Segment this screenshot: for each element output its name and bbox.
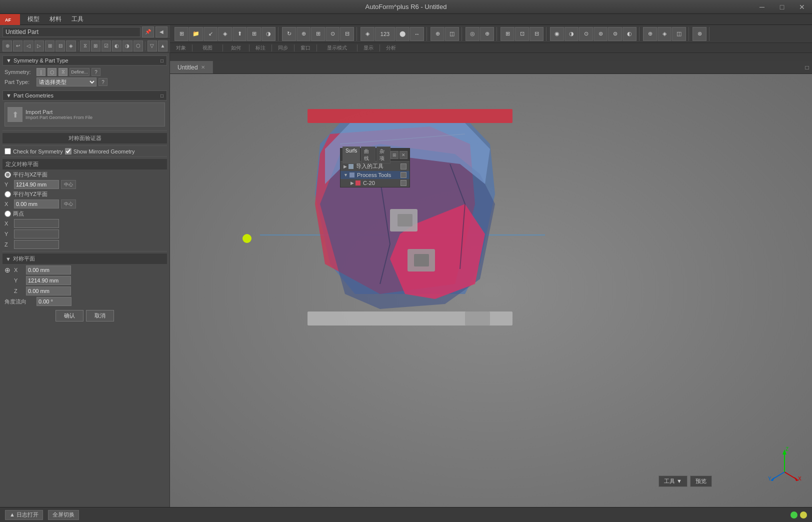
tool-btn-11[interactable]: ◐ <box>112 40 122 52</box>
tree-tab-misc[interactable]: 杂项 <box>376 146 390 164</box>
tree-tab-curves[interactable]: 曲线 <box>361 146 375 164</box>
tb-dm-btn6[interactable]: ◐ <box>622 27 636 41</box>
sym-info-btn[interactable]: ? <box>92 68 100 76</box>
tb-dim-btn2[interactable]: ◫ <box>445 27 459 41</box>
maximize-button[interactable]: □ <box>772 0 792 14</box>
tools-dropdown-btn[interactable]: 工具 ▼ <box>658 476 688 487</box>
tb-dm-btn2[interactable]: ◑ <box>564 27 578 41</box>
tool-btn-9[interactable]: ⊞ <box>91 40 100 52</box>
panel-pin-btn[interactable]: 📌 <box>142 26 154 38</box>
tree-close-btn[interactable]: ✕ <box>400 151 408 159</box>
tb-sync-btn2[interactable]: ⊕ <box>480 27 494 41</box>
tree-item-process-tools[interactable]: ▼ Process Tools <box>340 171 410 179</box>
tb-win-btn1[interactable]: ⊞ <box>500 27 514 41</box>
tb-new-btn[interactable]: ⊞ <box>174 27 188 41</box>
log-btn[interactable]: ▲ 日志打开 <box>5 510 43 520</box>
tree-item-check-1[interactable] <box>400 164 406 170</box>
sp-z-input[interactable] <box>26 286 71 296</box>
tb-dm-btn3[interactable]: ⊙ <box>579 27 593 41</box>
tool-btn-6[interactable]: ⊟ <box>56 40 65 52</box>
tb-arrow-btn[interactable]: ↙ <box>204 27 218 41</box>
sp-y-input[interactable] <box>26 276 71 285</box>
menu-tools[interactable]: 工具 <box>66 14 88 24</box>
tool-btn-13[interactable]: ⬡ <box>134 40 143 52</box>
cancel-button[interactable]: 取消 <box>86 310 114 322</box>
tb-disp-btn1[interactable]: ⊕ <box>643 27 657 41</box>
sym-btn-1[interactable]: | <box>36 68 46 76</box>
origin-z-input[interactable] <box>14 240 59 249</box>
check-symmetry-checkbox[interactable] <box>4 148 11 154</box>
sp-x-input[interactable] <box>26 266 71 274</box>
y-value-input[interactable] <box>14 180 59 189</box>
part-type-select[interactable]: 请选择类型 <box>36 78 96 86</box>
tool-btn-15[interactable]: ▲ <box>158 40 168 52</box>
tb-dm-btn1[interactable]: ◉ <box>550 27 564 41</box>
tree-item-c20[interactable]: ▶ C-20 <box>340 179 410 187</box>
tb-how-btn2[interactable]: ⬤ <box>396 27 410 41</box>
tb-mesh-btn[interactable]: ◑ <box>262 27 276 41</box>
tab-close-btn[interactable]: ✕ <box>201 64 205 70</box>
symmetry-minmax-btn[interactable]: □ <box>160 58 164 64</box>
menu-model[interactable]: 模型 <box>22 14 44 24</box>
tree-tab-surfs[interactable]: Surfs <box>342 146 360 164</box>
part-geo-minmax[interactable]: □ <box>160 93 164 98</box>
confirm-button[interactable]: 确认 <box>56 310 84 322</box>
tool-btn-2[interactable]: ↩ <box>13 40 22 52</box>
origin-y-input[interactable] <box>14 230 59 238</box>
show-mirrored-checkbox[interactable] <box>65 148 72 154</box>
tb-disp-btn2[interactable]: ◈ <box>658 27 672 41</box>
x-center-btn[interactable]: 中心 <box>61 200 76 208</box>
tb-view-btn2[interactable]: ⊕ <box>296 27 310 41</box>
angle-input[interactable] <box>36 297 72 306</box>
menu-material[interactable]: 材料 <box>44 14 66 24</box>
tb-view-btn1[interactable]: ↻ <box>282 27 296 41</box>
tool-btn-12[interactable]: ◑ <box>122 40 132 52</box>
tb-dm-btn4[interactable]: ⊛ <box>594 27 608 41</box>
tool-btn-3[interactable]: ◁ <box>24 40 33 52</box>
tb-disp-btn3[interactable]: ◫ <box>672 27 686 41</box>
import-part-btn[interactable]: ⬆ Import Part Import Part Geometries Fro… <box>4 102 165 126</box>
tb-dim-btn1[interactable]: ⊕ <box>430 27 444 41</box>
tool-btn-14[interactable]: ▽ <box>148 40 157 52</box>
tb-how-btn1[interactable]: ◈ <box>360 27 374 41</box>
tree-item-check-2[interactable] <box>400 172 406 178</box>
tb-open-btn[interactable]: 📁 <box>189 27 203 41</box>
tool-btn-1[interactable]: ⊕ <box>2 40 12 52</box>
symmetry-section-header[interactable]: ▼ Symmetry & Part Type □ <box>2 56 167 66</box>
tb-how-btn3[interactable]: ↔ <box>410 27 424 41</box>
fullscreen-btn[interactable]: 全屏切换 <box>48 510 79 520</box>
tool-btn-8[interactable]: ⧖ <box>80 40 90 52</box>
close-button[interactable]: ✕ <box>792 0 812 14</box>
panel-expand-btn[interactable]: ◀ <box>156 26 168 38</box>
tb-import-btn[interactable]: ⬆ <box>232 27 246 41</box>
two-points-radio[interactable] <box>4 210 11 217</box>
tree-filter-btn[interactable]: ⊞ <box>390 151 398 159</box>
tb-view-btn3[interactable]: ⊞ <box>311 27 325 41</box>
part-type-info[interactable]: ? <box>98 78 108 86</box>
xz-plane-radio[interactable] <box>4 172 11 178</box>
tab-expand-btn[interactable]: □ <box>802 61 812 74</box>
tb-view-btn4[interactable]: ⊙ <box>326 27 340 41</box>
yz-plane-radio[interactable] <box>4 191 11 198</box>
tool-btn-5[interactable]: ⊞ <box>45 40 54 52</box>
y-center-btn[interactable]: 中心 <box>61 180 76 189</box>
tb-shape-btn[interactable]: ◈ <box>218 27 232 41</box>
tb-win-btn3[interactable]: ⊟ <box>530 27 544 41</box>
tb-number-input[interactable]: 123 <box>375 27 395 41</box>
sym-btn-3[interactable]: ⧖ <box>58 68 68 76</box>
origin-x-input[interactable] <box>14 219 59 228</box>
tool-btn-10[interactable]: ☑ <box>102 40 111 52</box>
define-btn[interactable]: Define... <box>70 68 90 76</box>
tb-sync-btn1[interactable]: ◎ <box>466 27 480 41</box>
tb-dm-btn5[interactable]: ⊜ <box>608 27 622 41</box>
tool-btn-4[interactable]: ▷ <box>34 40 44 52</box>
tb-view-btn5[interactable]: ⊟ <box>340 27 354 41</box>
tb-grid-btn[interactable]: ⊞ <box>247 27 261 41</box>
preview-btn[interactable]: 预览 <box>690 476 712 487</box>
tree-item-check-3[interactable] <box>400 180 406 186</box>
tab-untitled[interactable]: Untitled ✕ <box>170 61 213 74</box>
tool-btn-7[interactable]: ◈ <box>66 40 76 52</box>
sym-btn-2[interactable]: ⬡ <box>48 68 56 76</box>
tb-ana-btn1[interactable]: ⊗ <box>692 27 706 41</box>
x-value-input[interactable] <box>14 200 59 208</box>
